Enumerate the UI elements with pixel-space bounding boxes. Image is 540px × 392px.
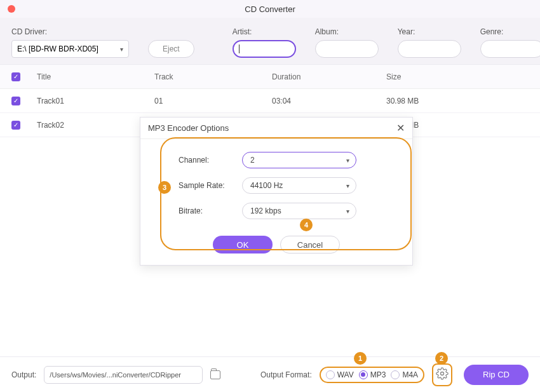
samplerate-value: 44100 Hz: [250, 181, 283, 190]
album-label: Album:: [315, 27, 379, 36]
callout-4: 4: [300, 219, 313, 231]
format-wav-radio[interactable]: WAV: [326, 370, 354, 379]
format-mp3-radio[interactable]: MP3: [359, 370, 386, 379]
output-format-label: Output Format:: [260, 370, 312, 379]
cell-duration: 03:04: [272, 97, 386, 105]
cell-title: Track01: [37, 97, 154, 105]
dialog-header: MP3 Encoder Options ✕: [140, 118, 412, 139]
window-title: CD Converter: [0, 4, 540, 14]
artist-label: Artist:: [233, 27, 296, 36]
table-row[interactable]: ✓ Track01 01 03:04 30.98 MB: [0, 89, 540, 113]
bitrate-select[interactable]: 192 kbps ▾: [242, 203, 356, 219]
footer: Output: /Users/ws/Movies/...niConverter/…: [0, 356, 540, 392]
col-track: Track: [154, 72, 272, 81]
output-label: Output:: [11, 370, 36, 379]
format-mp3-label: MP3: [370, 370, 386, 379]
bitrate-value: 192 kbps: [250, 206, 281, 215]
chevron-down-icon: ▾: [120, 46, 123, 53]
genre-input[interactable]: [480, 40, 540, 58]
row-checkbox[interactable]: ✓: [11, 121, 20, 130]
output-path-input[interactable]: /Users/ws/Movies/...niConverter/CDRipper: [44, 366, 203, 384]
format-wav-label: WAV: [337, 370, 354, 379]
callout-2: 2: [435, 352, 448, 365]
col-title: Title: [37, 72, 154, 81]
col-size: Size: [386, 72, 501, 81]
folder-icon[interactable]: [210, 370, 220, 379]
eject-button[interactable]: Eject: [148, 40, 194, 58]
cell-size: 30.98 MB: [386, 97, 501, 105]
encoder-options-dialog: MP3 Encoder Options ✕ Channel: 2 ▾ Sampl…: [140, 117, 413, 266]
titlebar: CD Converter: [0, 0, 540, 18]
format-m4a-label: M4A: [402, 370, 418, 379]
samplerate-label: Sample Rate:: [179, 181, 242, 190]
svg-point-0: [441, 372, 444, 375]
toolbar: CD Driver: E:\ [BD-RW BDR-XD05] ▾ Eject …: [0, 18, 540, 65]
row-checkbox[interactable]: ✓: [11, 97, 20, 105]
encoder-settings-button[interactable]: [432, 363, 452, 386]
cd-driver-label: CD Driver:: [11, 27, 129, 36]
chevron-down-icon: ▾: [346, 208, 349, 215]
genre-label: Genre:: [480, 27, 540, 36]
output-path-value: /Users/ws/Movies/...niConverter/CDRipper: [50, 371, 181, 379]
col-duration: Duration: [272, 72, 386, 81]
cell-title: Track02: [37, 121, 154, 130]
select-all-checkbox[interactable]: ✓: [11, 72, 20, 81]
cell-track: 01: [154, 97, 272, 105]
channel-select[interactable]: 2 ▾: [242, 152, 356, 168]
table-header: ✓ Title Track Duration Size: [0, 65, 540, 89]
rip-cd-button[interactable]: Rip CD: [464, 365, 529, 385]
callout-1: 1: [354, 352, 367, 365]
bitrate-label: Bitrate:: [179, 206, 242, 215]
cd-driver-value: E:\ [BD-RW BDR-XD05]: [17, 44, 98, 53]
channel-label: Channel:: [179, 156, 242, 165]
ok-button[interactable]: OK: [213, 236, 273, 253]
chevron-down-icon: ▾: [346, 182, 349, 189]
dialog-title: MP3 Encoder Options: [148, 123, 229, 133]
radio-icon: [326, 370, 335, 379]
chevron-down-icon: ▾: [346, 157, 349, 164]
close-icon[interactable]: ✕: [396, 122, 405, 134]
samplerate-select[interactable]: 44100 Hz ▾: [242, 177, 356, 194]
year-input[interactable]: [398, 40, 461, 58]
radio-icon: [359, 370, 368, 379]
callout-3: 3: [158, 181, 171, 194]
format-m4a-radio[interactable]: M4A: [391, 370, 418, 379]
album-input[interactable]: [315, 40, 379, 58]
radio-icon: [391, 370, 400, 379]
cancel-button[interactable]: Cancel: [280, 236, 340, 253]
artist-input[interactable]: [233, 40, 296, 58]
year-label: Year:: [398, 27, 461, 36]
gear-icon: [436, 367, 449, 380]
text-caret: [239, 44, 240, 53]
cd-driver-select[interactable]: E:\ [BD-RW BDR-XD05] ▾: [11, 40, 129, 58]
output-format-group: WAV MP3 M4A: [320, 367, 424, 383]
channel-value: 2: [250, 156, 255, 165]
